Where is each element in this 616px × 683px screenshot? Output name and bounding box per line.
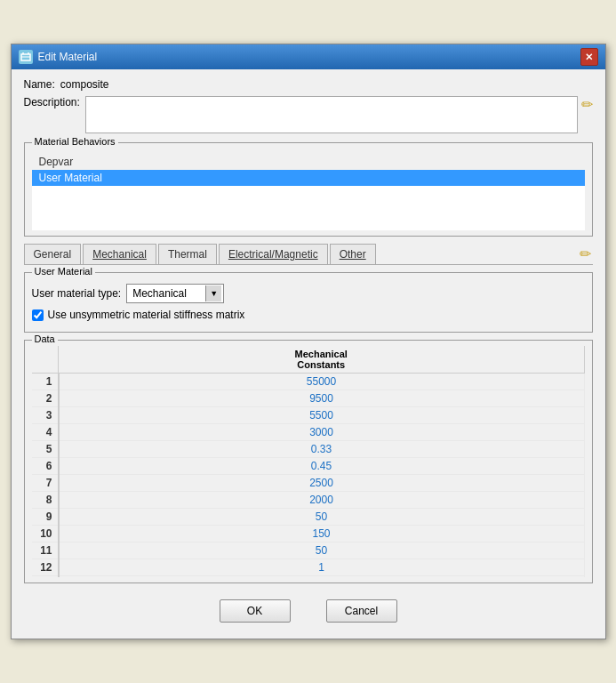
table-row: 60.45: [32, 458, 585, 475]
cancel-button[interactable]: Cancel: [326, 599, 397, 623]
data-section: Data Mechanical Constants 155000295003: [24, 340, 593, 583]
user-material-type-row: User material type: Mechanical ▼: [32, 284, 585, 303]
row-number-cell: 2: [32, 390, 59, 407]
row-value-cell[interactable]: 5500: [59, 407, 585, 424]
row-number-cell: 11: [32, 542, 59, 559]
name-value: composite: [60, 78, 109, 91]
tab-thermal[interactable]: Thermal: [158, 244, 217, 264]
user-material-type-dropdown[interactable]: Mechanical ▼: [126, 284, 224, 303]
row-value-cell[interactable]: 12.5: [59, 576, 585, 578]
window-icon: [19, 50, 33, 64]
row-value-cell[interactable]: 150: [59, 526, 585, 542]
table-row: 50.33: [32, 441, 585, 458]
row-number-cell: 6: [32, 458, 59, 475]
table-row: 1150: [32, 542, 585, 559]
behavior-item-user-material[interactable]: User Material: [32, 170, 585, 186]
description-input[interactable]: [85, 96, 578, 133]
user-material-section: User Material User material type: Mechan…: [24, 272, 593, 333]
row-value-cell[interactable]: 3000: [59, 424, 585, 441]
row-number-cell: 1: [32, 374, 59, 390]
unsymmetric-label: Use unsymmetric material stiffness matri…: [48, 309, 245, 321]
row-value-cell[interactable]: 2500: [59, 475, 585, 492]
button-row: OK Cancel: [24, 591, 593, 630]
close-button[interactable]: ✕: [580, 48, 598, 66]
table-row: 82000: [32, 492, 585, 509]
material-behaviors-label: Material Behaviors: [32, 136, 118, 147]
table-row: 29500: [32, 390, 585, 407]
row-value-cell[interactable]: 0.45: [59, 458, 585, 475]
description-row: Description: ✏: [24, 96, 593, 133]
dialog-content: Name: composite Description: ✏ Material …: [12, 69, 605, 639]
dropdown-value: Mechanical: [129, 287, 205, 300]
title-bar-left: Edit Material: [19, 50, 98, 64]
name-row: Name: composite: [24, 78, 593, 91]
tab-other[interactable]: Other: [330, 244, 376, 264]
row-number-cell: 7: [32, 475, 59, 492]
behavior-item-depvar[interactable]: Depvar: [32, 154, 585, 170]
data-label: Data: [32, 333, 58, 344]
row-number-cell: 12: [32, 559, 59, 576]
mechanical-constants-header: Mechanical Constants: [59, 346, 585, 374]
row-value-cell[interactable]: 2000: [59, 492, 585, 509]
row-number-cell: 13: [32, 576, 59, 578]
tab-electrical-magnetic[interactable]: Electrical/Magnetic: [219, 244, 328, 264]
ok-button[interactable]: OK: [220, 599, 291, 623]
user-material-label: User Material: [32, 266, 95, 277]
tab-mechanical[interactable]: Mechanical: [83, 244, 156, 264]
description-label: Description:: [24, 96, 80, 108]
table-row: 1312.5: [32, 576, 585, 578]
user-material-type-label: User material type:: [32, 287, 122, 300]
row-value-cell[interactable]: 9500: [59, 390, 585, 407]
tab-general[interactable]: General: [24, 244, 82, 264]
tabs-container: General Mechanical Thermal Electrical/Ma…: [24, 244, 378, 264]
description-edit-icon[interactable]: ✏: [581, 96, 593, 113]
row-value-cell[interactable]: 55000: [59, 374, 585, 390]
table-row: 35500: [32, 407, 585, 424]
row-number-cell: 3: [32, 407, 59, 424]
name-label: Name:: [24, 78, 55, 91]
user-material-content: User material type: Mechanical ▼ Use uns…: [32, 284, 585, 321]
row-value-cell[interactable]: 50: [59, 509, 585, 526]
tab-edit-icon[interactable]: ✏: [580, 245, 591, 262]
window-title: Edit Material: [38, 51, 98, 63]
table-row: 121: [32, 559, 585, 576]
title-bar: Edit Material ✕: [12, 44, 605, 69]
table-row: 10150: [32, 526, 585, 542]
edit-material-dialog: Edit Material ✕ Name: composite Descript…: [11, 44, 606, 639]
behaviors-list: Depvar User Material: [32, 154, 585, 230]
row-value-cell[interactable]: 1: [59, 559, 585, 576]
tabs-row: General Mechanical Thermal Electrical/Ma…: [24, 244, 593, 265]
data-table-container[interactable]: Mechanical Constants 1550002950035500430…: [32, 346, 585, 577]
unsymmetric-checkbox-row: Use unsymmetric material stiffness matri…: [32, 309, 585, 321]
behaviors-empty-area: [32, 186, 585, 230]
row-number-cell: 10: [32, 526, 59, 542]
dropdown-arrow-icon: ▼: [205, 285, 221, 301]
row-number-cell: 4: [32, 424, 59, 441]
material-behaviors-container: Material Behaviors Depvar User Material: [24, 142, 593, 237]
table-row: 155000: [32, 374, 585, 390]
row-number-cell: 9: [32, 509, 59, 526]
data-table: Mechanical Constants 1550002950035500430…: [32, 346, 585, 577]
table-row: 72500: [32, 475, 585, 492]
row-number-cell: 5: [32, 441, 59, 458]
row-number-cell: 8: [32, 492, 59, 509]
row-value-cell[interactable]: 50: [59, 542, 585, 559]
row-value-cell[interactable]: 0.33: [59, 441, 585, 458]
row-num-header: [32, 346, 59, 374]
table-row: 43000: [32, 424, 585, 441]
unsymmetric-checkbox[interactable]: [32, 309, 44, 321]
table-row: 950: [32, 509, 585, 526]
